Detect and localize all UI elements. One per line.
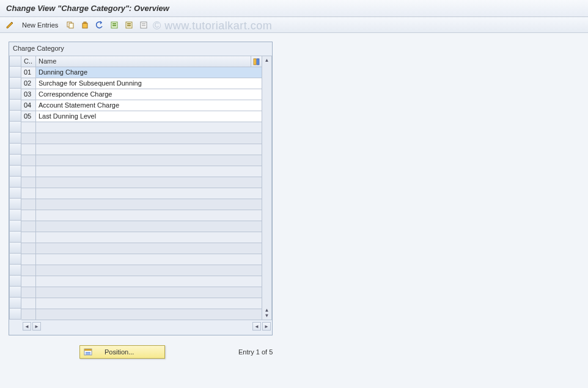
- table-row-empty: [21, 188, 262, 199]
- row-header[interactable]: [9, 287, 21, 298]
- table-row-empty: [21, 276, 262, 287]
- table-row[interactable]: 03Correspondence Charge: [21, 89, 262, 100]
- cell-name[interactable]: Surchage for Subsequent Dunning: [36, 78, 262, 89]
- row-header[interactable]: [9, 199, 21, 210]
- table-row-empty: [21, 243, 262, 254]
- position-button[interactable]: Position...: [79, 345, 165, 359]
- row-header[interactable]: [9, 232, 21, 243]
- row-header[interactable]: [9, 221, 21, 232]
- table-row[interactable]: 05Last Dunning Level: [21, 111, 262, 122]
- grid-corner: [9, 56, 21, 67]
- table-row-empty: [21, 265, 262, 276]
- row-header[interactable]: [9, 177, 21, 188]
- horizontal-scrollbar: ◄ ► ◄ ►: [9, 321, 272, 331]
- select-all-icon[interactable]: [108, 19, 120, 31]
- svg-rect-11: [142, 23, 145, 24]
- table-row-empty: [21, 254, 262, 265]
- svg-rect-12: [142, 25, 145, 26]
- scroll-left-start-icon[interactable]: ◄: [23, 322, 31, 331]
- svg-rect-16: [84, 349, 92, 351]
- row-header[interactable]: [9, 155, 21, 166]
- svg-rect-2: [83, 23, 87, 28]
- panel-title: Charge Category: [9, 42, 272, 56]
- grid-header-row: C.. Name: [21, 56, 262, 67]
- page-title: Change View "Charge Category": Overview: [0, 0, 588, 17]
- row-header[interactable]: [9, 188, 21, 199]
- cell-code[interactable]: 05: [21, 111, 36, 122]
- select-block-icon[interactable]: [123, 19, 135, 31]
- row-header[interactable]: [9, 144, 21, 155]
- row-header[interactable]: [9, 265, 21, 276]
- deselect-all-icon[interactable]: [138, 19, 150, 31]
- row-header-column: [9, 56, 21, 320]
- row-header[interactable]: [9, 67, 21, 78]
- table-row-empty: [21, 144, 262, 155]
- table-row-empty: [21, 287, 262, 298]
- undo-change-icon[interactable]: [94, 19, 106, 31]
- data-grid: C.. Name 01Dunning Charge02Surchage for …: [21, 56, 262, 320]
- scroll-left-icon[interactable]: ►: [32, 322, 41, 331]
- svg-rect-14: [257, 59, 259, 65]
- svg-rect-17: [86, 352, 90, 353]
- row-header[interactable]: [9, 122, 21, 133]
- footer-row: Position... Entry 1 of 5: [79, 345, 273, 359]
- svg-rect-6: [112, 25, 116, 26]
- table-row-empty: [21, 309, 262, 320]
- vertical-scrollbar[interactable]: ▲ ▲ ▼: [262, 56, 272, 320]
- table-row-empty: [21, 232, 262, 243]
- cell-name[interactable]: Dunning Charge: [36, 67, 262, 78]
- table-row-empty: [21, 166, 262, 177]
- cell-name[interactable]: Last Dunning Level: [36, 111, 262, 122]
- table-row-empty: [21, 298, 262, 309]
- cell-name[interactable]: Account Statement Charge: [36, 100, 262, 111]
- content-area: Charge Category C.. Name 01Dunning Charg…: [0, 33, 588, 388]
- row-header[interactable]: [9, 166, 21, 177]
- scroll-up-icon[interactable]: ▲: [265, 57, 270, 63]
- row-header[interactable]: [9, 254, 21, 265]
- table-row-empty: [21, 221, 262, 232]
- scroll-right-icon[interactable]: ◄: [252, 322, 261, 331]
- charge-category-panel: Charge Category C.. Name 01Dunning Charg…: [9, 42, 273, 335]
- row-header[interactable]: [9, 111, 21, 122]
- table-row-empty: [21, 122, 262, 133]
- table-row[interactable]: 01Dunning Charge: [21, 67, 262, 78]
- grid-wrapper: C.. Name 01Dunning Charge02Surchage for …: [9, 56, 272, 320]
- row-header[interactable]: [9, 100, 21, 111]
- row-header[interactable]: [9, 89, 21, 100]
- scroll-up2-icon[interactable]: ▲: [265, 307, 270, 313]
- table-row[interactable]: 04Account Statement Charge: [21, 100, 262, 111]
- svg-rect-13: [254, 59, 256, 65]
- cell-name[interactable]: Correspondence Charge: [36, 89, 262, 100]
- scroll-right-end-icon[interactable]: ►: [262, 322, 271, 331]
- column-header-name[interactable]: Name: [36, 56, 251, 67]
- row-header[interactable]: [9, 78, 21, 89]
- position-icon: [84, 348, 92, 356]
- column-settings-icon[interactable]: [251, 56, 262, 67]
- entry-count-label: Entry 1 of 5: [238, 348, 273, 356]
- svg-rect-3: [84, 22, 86, 23]
- toolbar: New Entries: [0, 17, 588, 33]
- cell-code[interactable]: 04: [21, 100, 36, 111]
- cell-code[interactable]: 02: [21, 78, 36, 89]
- row-header[interactable]: [9, 309, 21, 320]
- svg-rect-1: [69, 23, 73, 28]
- cell-code[interactable]: 03: [21, 89, 36, 100]
- scroll-down-icon[interactable]: ▼: [265, 313, 270, 318]
- svg-rect-9: [127, 25, 131, 26]
- row-header[interactable]: [9, 298, 21, 309]
- delete-icon[interactable]: [79, 19, 91, 31]
- new-entries-button[interactable]: New Entries: [18, 20, 62, 30]
- cell-code[interactable]: 01: [21, 67, 36, 78]
- row-header[interactable]: [9, 276, 21, 287]
- row-header[interactable]: [9, 243, 21, 254]
- toggle-display-change-icon[interactable]: [4, 19, 16, 31]
- column-header-code[interactable]: C..: [21, 56, 36, 67]
- svg-rect-18: [86, 354, 90, 355]
- row-header[interactable]: [9, 210, 21, 221]
- table-row-empty: [21, 210, 262, 221]
- table-row-empty: [21, 155, 262, 166]
- copy-as-icon[interactable]: [64, 19, 76, 31]
- table-row-empty: [21, 177, 262, 188]
- row-header[interactable]: [9, 133, 21, 144]
- table-row[interactable]: 02Surchage for Subsequent Dunning: [21, 78, 262, 89]
